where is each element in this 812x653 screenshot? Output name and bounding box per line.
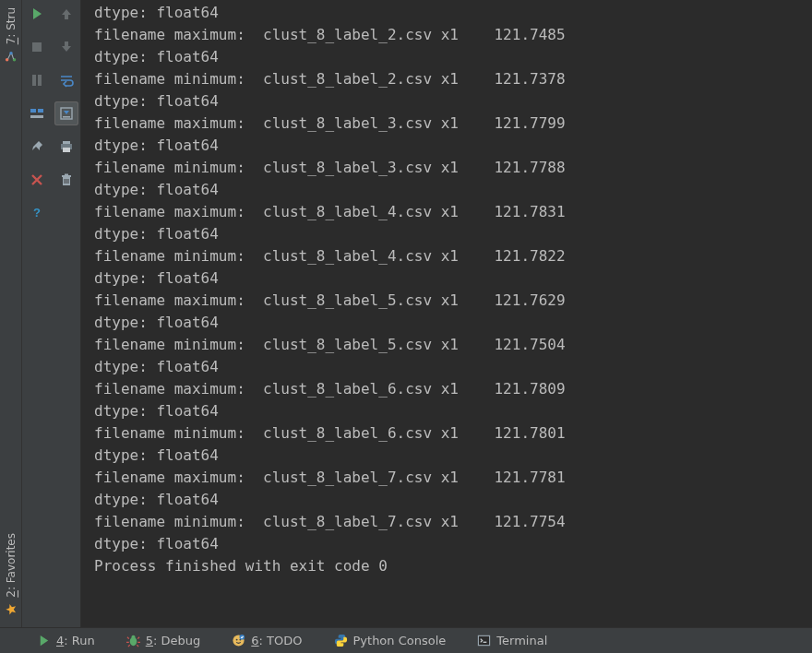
pin-icon	[30, 139, 44, 154]
print-button[interactable]	[54, 135, 78, 159]
svg-text:?: ?	[33, 206, 41, 220]
bottom-tab-python-console[interactable]: Python Console	[330, 632, 450, 649]
console-line: filename maximum: clust_8_label_5.csv x1…	[94, 290, 812, 312]
svg-rect-14	[63, 148, 70, 152]
arrow-down-icon	[59, 40, 74, 54]
console-line: filename maximum: clust_8_label_2.csv x1…	[94, 24, 812, 46]
clear-all-button[interactable]	[54, 168, 78, 192]
up-stack-button[interactable]	[54, 2, 78, 26]
help-icon: ?	[30, 206, 44, 220]
close-tab-button[interactable]	[25, 168, 49, 192]
svg-rect-25	[484, 642, 487, 643]
bottom-tab-todo-label: 6: TODO	[251, 634, 302, 647]
output-toolbar	[52, 0, 81, 627]
console-line: filename minimum: clust_8_label_5.csv x1…	[94, 334, 812, 356]
console-line: dtype: float64	[94, 2, 812, 24]
console-line: Process finished with exit code 0	[94, 555, 812, 577]
side-tab-structure-label: 7: Stru	[5, 7, 18, 44]
console-line: dtype: float64	[94, 400, 812, 422]
play-icon	[37, 634, 51, 647]
help-button[interactable]: ?	[25, 201, 49, 225]
run-toolbar: ?	[22, 0, 52, 627]
close-icon	[30, 172, 44, 187]
console-line: dtype: float64	[94, 267, 812, 290]
pause-icon	[30, 73, 44, 88]
bottom-tab-run[interactable]: 4: Run	[33, 632, 99, 649]
bottom-tab-todo[interactable]: 6: TODO	[228, 632, 305, 649]
console-line: filename minimum: clust_8_label_3.csv x1…	[94, 157, 812, 179]
svg-point-19	[131, 635, 135, 639]
console-line: dtype: float64	[94, 135, 812, 157]
console-line: dtype: float64	[94, 445, 812, 467]
down-stack-button[interactable]	[54, 35, 78, 59]
console-line: filename minimum: clust_8_label_7.csv x1…	[94, 511, 812, 533]
console-line: filename minimum: clust_8_label_6.csv x1…	[94, 422, 812, 445]
console-line: dtype: float64	[94, 356, 812, 378]
console-line: filename maximum: clust_8_label_7.csv x1…	[94, 467, 812, 489]
star-icon	[5, 603, 18, 616]
console-line: dtype: float64	[94, 489, 812, 511]
bug-icon	[126, 634, 140, 647]
trash-icon	[59, 172, 74, 187]
svg-rect-8	[30, 115, 43, 118]
svg-rect-11	[63, 116, 70, 118]
bottom-tab-debug[interactable]: 5: Debug	[123, 632, 205, 649]
svg-point-21	[236, 639, 238, 641]
console-line: dtype: float64	[94, 312, 812, 334]
pause-button[interactable]	[25, 68, 49, 92]
console-line: filename minimum: clust_8_label_2.csv x1…	[94, 68, 812, 90]
layout-icon	[30, 106, 44, 121]
svg-rect-6	[30, 109, 36, 113]
scroll-to-end-button[interactable]	[54, 101, 78, 125]
console-line: dtype: float64	[94, 46, 812, 68]
console-line: dtype: float64	[94, 223, 812, 245]
svg-rect-12	[63, 141, 70, 144]
python-icon	[334, 634, 348, 647]
print-icon	[59, 139, 74, 154]
todo-icon	[232, 634, 245, 647]
bottom-tool-bar: 4: Run 5: Debug 6: TODO	[0, 627, 812, 653]
soft-wrap-button[interactable]	[54, 68, 78, 92]
bottom-tab-debug-label: 5: Debug	[146, 634, 201, 647]
dump-threads-button[interactable]	[25, 101, 49, 125]
bottom-tab-terminal-label: Terminal	[496, 634, 547, 647]
side-tab-favorites-label: 2: Favorites	[5, 533, 18, 598]
terminal-icon	[477, 634, 491, 647]
rerun-button[interactable]	[25, 2, 49, 26]
svg-rect-7	[38, 109, 43, 113]
stop-icon	[30, 40, 44, 54]
console-line: filename minimum: clust_8_label_4.csv x1…	[94, 245, 812, 267]
svg-rect-3	[32, 42, 42, 52]
soft-wrap-icon	[59, 73, 74, 88]
svg-rect-4	[32, 75, 36, 86]
console-line: filename maximum: clust_8_label_4.csv x1…	[94, 201, 812, 223]
scroll-end-icon	[59, 106, 74, 121]
console-line: filename maximum: clust_8_label_3.csv x1…	[94, 113, 812, 135]
bottom-tab-terminal[interactable]: Terminal	[473, 632, 551, 649]
console-line: dtype: float64	[94, 179, 812, 201]
side-tab-structure[interactable]: 7: Stru	[2, 2, 20, 68]
pin-tab-button[interactable]	[25, 135, 49, 159]
console-line: filename maximum: clust_8_label_6.csv x1…	[94, 378, 812, 400]
arrow-up-icon	[59, 6, 74, 21]
bottom-tab-python-console-label: Python Console	[353, 634, 447, 647]
left-side-tab-strip: 7: Stru 2: Favorites	[0, 0, 22, 627]
side-tab-favorites[interactable]: 2: Favorites	[2, 528, 20, 622]
stop-button[interactable]	[25, 35, 49, 59]
console-line: dtype: float64	[94, 90, 812, 113]
play-icon	[30, 6, 44, 21]
svg-rect-17	[65, 174, 68, 176]
structure-icon	[5, 50, 18, 63]
svg-rect-5	[38, 75, 42, 86]
svg-rect-24	[479, 635, 490, 645]
console-output[interactable]: dtype: float64filename maximum: clust_8_…	[81, 0, 812, 627]
bottom-tab-run-label: 4: Run	[56, 634, 95, 647]
console-line: dtype: float64	[94, 533, 812, 555]
